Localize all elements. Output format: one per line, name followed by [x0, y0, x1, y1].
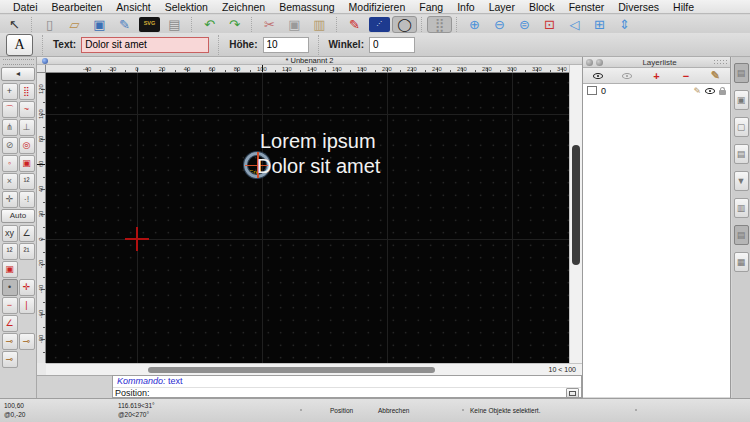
snap-on-entity-button[interactable]: ~ [19, 101, 35, 118]
dock-command-list-button[interactable]: ▤ [734, 144, 749, 164]
dock-clipboard-button[interactable]: ▦ [734, 252, 749, 272]
menu-info[interactable]: Info [450, 1, 482, 13]
snap-intersection-manual-button[interactable]: × [2, 173, 18, 190]
menu-fang[interactable]: Fang [412, 1, 450, 13]
menu-bearbeiten[interactable]: Bearbeiten [45, 1, 110, 13]
relative-zero-lock-button[interactable]: ⊸ [2, 351, 18, 368]
restrict-orthogonal-button[interactable]: ✛ [19, 279, 35, 296]
select-pointer-button[interactable]: ↖ [2, 16, 27, 33]
dock-library-browser-button[interactable]: ▥ [734, 198, 749, 218]
restrict-angle-button[interactable]: ∠ [2, 315, 18, 332]
snap-distance-button[interactable]: ¹² [19, 173, 35, 190]
zoom-in-button[interactable]: ⊕ [462, 16, 487, 33]
text-angle-input[interactable] [369, 37, 415, 53]
grid-toggle-button[interactable]: ⣿ [427, 16, 452, 33]
save-file-button[interactable]: ▣ [87, 16, 112, 33]
dock-layer-list-button[interactable]: ▤ [734, 63, 749, 83]
zoom-out-button[interactable]: ⊖ [487, 16, 512, 33]
cut-button[interactable]: ✂ [257, 16, 282, 33]
horizontal-scrollbar[interactable]: 10 < 100 [46, 363, 582, 375]
menu-bemassung[interactable]: Bemassung [272, 1, 341, 13]
menu-modifizieren[interactable]: Modifizieren [342, 1, 413, 13]
drawing-canvas[interactable]: Frei Lorem ipsum Dolor sit amet [46, 73, 569, 363]
dock-block-list-button[interactable]: ▣ [734, 90, 749, 110]
coordinate-cartesian-button[interactable]: xy [2, 225, 18, 242]
snap-lock-button[interactable]: ⊸ [2, 333, 18, 350]
open-file-button[interactable]: ▱ [62, 16, 87, 33]
draw-pen-button[interactable]: ✎ [342, 16, 367, 33]
edit-drawing-button[interactable]: ✎ [112, 16, 137, 33]
panel-float-button[interactable] [596, 59, 603, 66]
snap-tangent-button[interactable]: ⊘ [2, 137, 18, 154]
command-input[interactable] [153, 389, 566, 397]
snap-intersection-button[interactable]: ⋔ [2, 119, 18, 136]
edit-layer-button[interactable]: ✎ [703, 69, 727, 82]
panel-close-button[interactable] [586, 59, 593, 66]
measure-button[interactable]: ⋰ [369, 17, 390, 32]
menu-zeichnen[interactable]: Zeichnen [215, 1, 272, 13]
print-button[interactable]: ▤ [162, 16, 187, 33]
menu-hilfe[interactable]: Hilfe [666, 1, 701, 13]
zoom-auto-button[interactable]: ⊜ [512, 16, 537, 33]
command-options-button[interactable] [566, 388, 579, 398]
dock-view-list-button[interactable]: ▢ [734, 117, 749, 137]
menu-block[interactable]: Block [522, 1, 562, 13]
show-all-layers-button[interactable] [586, 69, 610, 82]
layer-lock-icon[interactable] [719, 90, 726, 95]
snap-free-button[interactable]: + [2, 83, 18, 100]
snap-auto-button[interactable]: Auto [1, 209, 35, 223]
snap-grid-button[interactable]: ⣿ [19, 83, 35, 100]
toolbar-drag-handle[interactable] [3, 59, 34, 65]
menu-datei[interactable]: Datei [6, 1, 45, 13]
circle-tool-button[interactable]: ◯ [392, 16, 417, 33]
pan-button[interactable]: ⇕ [612, 16, 637, 33]
panel-drag-grip[interactable] [713, 59, 727, 65]
key-lock-button[interactable]: ⊸ [19, 333, 35, 350]
menu-ansicht[interactable]: Ansicht [109, 1, 157, 13]
svg-export-button[interactable]: SVG [139, 17, 160, 32]
layer-visibility-icon[interactable] [705, 88, 715, 94]
restrict-horizontal-button[interactable]: − [2, 297, 18, 314]
vertical-scrollbar[interactable] [569, 65, 582, 363]
snap-back-button[interactable]: ◂ [1, 67, 35, 81]
new-file-button[interactable]: ▯ [37, 16, 62, 33]
remove-layer-button[interactable]: − [674, 69, 698, 82]
snap-perpendicular-button[interactable]: ⊥ [19, 119, 35, 136]
menu-fenster[interactable]: Fenster [562, 1, 612, 13]
horizontal-scrollbar-thumb[interactable] [148, 367, 435, 373]
layer-select-checkbox[interactable] [587, 86, 597, 95]
zoom-window-button[interactable]: ⊞ [587, 16, 612, 33]
snap-center-button[interactable]: ◎ [19, 137, 35, 154]
snap-coordinate-button[interactable]: ✛ [2, 191, 18, 208]
text-height-input[interactable] [263, 37, 309, 53]
relative-polar-button[interactable]: ²¹ [19, 243, 35, 260]
snap-middle-button[interactable]: ◦ [2, 155, 18, 172]
menu-selektion[interactable]: Selektion [158, 1, 215, 13]
text-tool-indicator[interactable]: A [6, 34, 33, 56]
vertical-scrollbar-thumb[interactable] [572, 145, 580, 265]
paste-button[interactable]: ▥ [307, 16, 332, 33]
restrict-off-button[interactable]: ▣ [2, 261, 18, 278]
zoom-selection-button[interactable]: ⊡ [537, 16, 562, 33]
restrict-none-button[interactable]: • [2, 279, 18, 296]
redo-button[interactable]: ↷ [222, 16, 247, 33]
layer-edit-icon[interactable]: ✎ [693, 86, 701, 96]
relative-cartesian-button[interactable]: ¹² [2, 243, 18, 260]
snap-point-button[interactable]: ·! [19, 191, 35, 208]
add-layer-button[interactable]: + [644, 69, 668, 82]
undo-button[interactable]: ↶ [197, 16, 222, 33]
zoom-previous-button[interactable]: ◁ [562, 16, 587, 33]
restrict-vertical-button[interactable]: | [19, 297, 35, 314]
hide-all-layers-button[interactable] [615, 69, 639, 82]
copy-button[interactable]: ▣ [282, 16, 307, 33]
snap-reference-button[interactable]: ▣ [19, 155, 35, 172]
menu-layer[interactable]: Layer [482, 1, 522, 13]
coordinate-polar-button[interactable]: ∠ [19, 225, 35, 242]
snap-endpoints-button[interactable]: ⌒ [2, 101, 18, 118]
dock-property-editor-button[interactable]: ▤ [734, 225, 749, 245]
status-separator-dot [635, 409, 637, 411]
dock-selection-filter-button[interactable]: ▼ [734, 171, 749, 191]
menu-diverses[interactable]: Diverses [611, 1, 666, 13]
layer-row[interactable]: 0✎ [583, 84, 730, 97]
text-content-input[interactable] [81, 37, 209, 53]
